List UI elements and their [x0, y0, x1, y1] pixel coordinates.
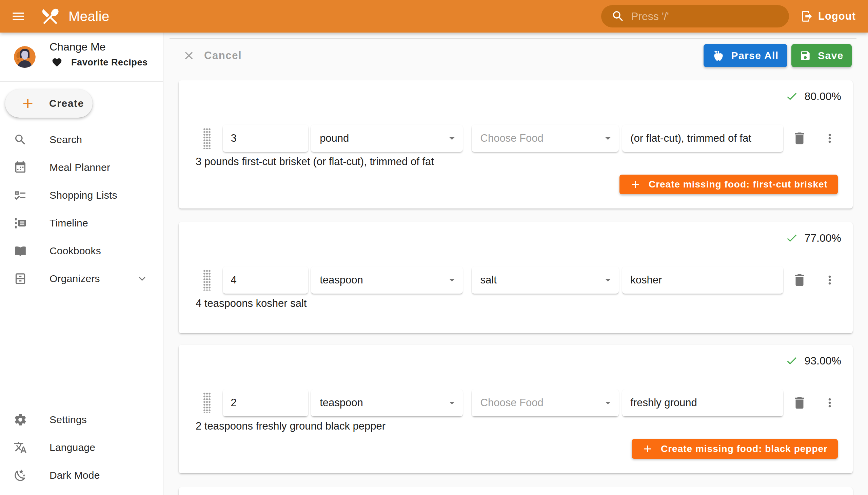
- ingredient-card: 80.00% pound Choose Food 3 pounds first-…: [179, 80, 853, 208]
- sidebar-item-timeline[interactable]: Timeline: [0, 209, 163, 237]
- menu-down-icon: [602, 132, 614, 144]
- plus-icon: [20, 96, 36, 111]
- calendar-icon: [14, 161, 27, 174]
- menu-down-icon: [602, 274, 614, 286]
- quantity-field[interactable]: [223, 125, 309, 152]
- app-bar: Mealie Press '/' Logout: [0, 0, 868, 33]
- sidebar: Change Me Favorite Recipes Create Search…: [0, 33, 164, 495]
- search-icon: [14, 133, 27, 147]
- quantity-input[interactable]: [223, 267, 309, 294]
- menu-down-icon: [446, 274, 458, 286]
- delete-button[interactable]: [791, 271, 808, 290]
- more-options-button[interactable]: [823, 393, 836, 412]
- dots-vertical-icon: [823, 131, 836, 146]
- sidebar-bottom-nav: Settings Language Dark Mode: [0, 406, 163, 489]
- menu-down-icon: [602, 397, 614, 409]
- sidebar-item-organizers[interactable]: Organizers: [0, 265, 163, 293]
- sidebar-item-language[interactable]: Language: [0, 433, 163, 461]
- sidebar-nav: Search Meal Planner Shopping Lists Timel…: [0, 126, 163, 293]
- unit-select[interactable]: pound: [311, 125, 462, 152]
- favorite-recipes-link[interactable]: Favorite Recipes: [52, 57, 148, 68]
- note-input[interactable]: [622, 125, 783, 152]
- file-cabinet-icon: [14, 272, 27, 286]
- confidence-value: 93.00%: [804, 355, 841, 367]
- drag-handle-icon[interactable]: [203, 128, 210, 149]
- create-missing-food-button[interactable]: Create missing food: first-cut brisket: [619, 175, 838, 194]
- quantity-input[interactable]: [223, 389, 309, 416]
- sidebar-item-settings[interactable]: Settings: [0, 406, 163, 433]
- confidence-indicator: 80.00%: [785, 90, 841, 103]
- confidence-indicator: 93.00%: [785, 354, 841, 367]
- original-ingredient-text: 3 pounds first-cut brisket (or flat-cut)…: [195, 156, 434, 168]
- original-ingredient-text: 4 teaspoons kosher salt: [195, 297, 307, 309]
- confidence-value: 77.00%: [804, 232, 841, 244]
- plus-icon: [642, 443, 653, 455]
- sidebar-item-cookbooks[interactable]: Cookbooks: [0, 237, 163, 265]
- search-input[interactable]: Press '/': [601, 5, 789, 28]
- divider: [0, 81, 163, 82]
- menu-down-icon: [446, 397, 458, 409]
- create-missing-food-button[interactable]: Create missing food: black pepper: [632, 439, 838, 459]
- delete-button[interactable]: [791, 393, 808, 412]
- ingredient-card: 77.00% teaspoon salt 4 teaspoons kosher …: [179, 222, 853, 333]
- search-icon: [611, 10, 625, 23]
- unit-select[interactable]: teaspoon: [311, 267, 462, 294]
- parse-all-button[interactable]: Parse All: [703, 44, 787, 67]
- close-icon: [183, 49, 195, 62]
- trash-icon: [792, 272, 807, 288]
- ingredient-fields: teaspoon Choose Food: [195, 389, 836, 416]
- moon-icon: [14, 468, 27, 482]
- main-content: Cancel Parse All Save 80.00% pound Choos…: [164, 33, 868, 495]
- ingredient-card-partial: [179, 487, 853, 495]
- ingredient-card: 93.00% teaspoon Choose Food 2 teaspoons …: [179, 345, 853, 473]
- quantity-field[interactable]: [223, 267, 309, 294]
- check-icon: [785, 354, 798, 367]
- cancel-button[interactable]: Cancel: [183, 44, 242, 67]
- dots-vertical-icon: [823, 273, 836, 288]
- menu-down-icon: [446, 132, 458, 144]
- note-input[interactable]: [622, 389, 783, 416]
- unit-select[interactable]: teaspoon: [311, 389, 462, 416]
- save-icon: [800, 50, 811, 62]
- sidebar-item-dark-mode[interactable]: Dark Mode: [0, 461, 163, 489]
- quantity-input[interactable]: [223, 125, 309, 152]
- sidebar-item-meal-planner[interactable]: Meal Planner: [0, 154, 163, 182]
- chevron-down-icon[interactable]: [136, 272, 149, 285]
- confidence-value: 80.00%: [804, 90, 841, 103]
- mealie-logo-icon[interactable]: [39, 5, 61, 27]
- note-field[interactable]: [622, 267, 783, 294]
- timeline-icon: [14, 216, 27, 230]
- list-checks-icon: [14, 188, 27, 202]
- confidence-indicator: 77.00%: [785, 232, 841, 244]
- dots-vertical-icon: [823, 395, 836, 410]
- delete-button[interactable]: [791, 129, 808, 148]
- ingredient-fields: pound Choose Food: [195, 125, 836, 152]
- food-select[interactable]: salt: [472, 267, 619, 294]
- more-options-button[interactable]: [823, 271, 836, 290]
- translate-icon: [14, 441, 27, 454]
- sidebar-item-search[interactable]: Search: [0, 126, 163, 154]
- menu-icon[interactable]: [6, 4, 31, 29]
- drag-handle-icon[interactable]: [203, 270, 210, 291]
- create-button[interactable]: Create: [5, 89, 92, 118]
- parser-toolbar: Cancel Parse All Save: [164, 44, 868, 67]
- save-button[interactable]: Save: [792, 44, 852, 67]
- note-field[interactable]: [622, 389, 783, 416]
- app-title: Mealie: [68, 9, 109, 24]
- check-icon: [785, 90, 798, 103]
- sidebar-item-shopping-lists[interactable]: Shopping Lists: [0, 182, 163, 209]
- user-profile[interactable]: Change Me Favorite Recipes: [0, 33, 163, 81]
- note-field[interactable]: [622, 125, 783, 152]
- logout-button[interactable]: Logout: [801, 10, 856, 23]
- search-placeholder: Press '/': [631, 10, 669, 23]
- food-select[interactable]: Choose Food: [472, 389, 619, 416]
- quantity-field[interactable]: [223, 389, 309, 416]
- trash-icon: [792, 131, 807, 146]
- drag-handle-icon[interactable]: [203, 392, 210, 413]
- trash-icon: [792, 395, 807, 411]
- more-options-button[interactable]: [823, 129, 836, 148]
- gear-icon: [14, 413, 27, 427]
- note-input[interactable]: [622, 267, 783, 294]
- apple-icon: [712, 50, 725, 62]
- food-select[interactable]: Choose Food: [472, 125, 619, 152]
